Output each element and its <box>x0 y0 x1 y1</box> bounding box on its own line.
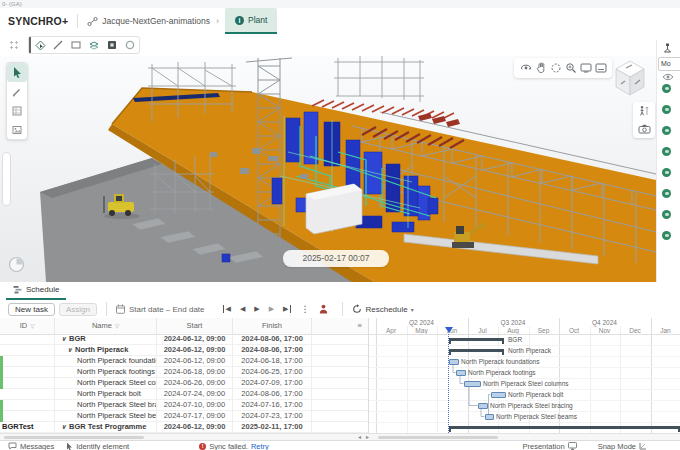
table-row[interactable]: North Piperack Steel columns 2024-06-26,… <box>0 378 368 389</box>
simulation-clock-button[interactable] <box>8 256 25 273</box>
table-row[interactable]: BGRTest ∨BGR Test Programme 2024-06-12, … <box>0 422 368 433</box>
calendar-icon <box>116 304 125 314</box>
tab-plant[interactable]: i Plant <box>225 8 277 34</box>
step-first-button[interactable]: ◀ <box>223 305 231 313</box>
gantt-scroll-left-icon[interactable]: ◂ <box>358 433 361 440</box>
rectangle-tool-button[interactable] <box>67 37 85 53</box>
3d-viewport[interactable]: 2025-02-17 00:07 <box>0 56 656 282</box>
diamond-cursor-icon <box>35 40 46 51</box>
walk-mode-button[interactable] <box>633 102 655 120</box>
gantt-task-bar[interactable] <box>491 392 506 399</box>
lasso-icon <box>550 62 562 74</box>
table-row[interactable]: ∨North Piperack 2024-06-12, 09:00 2024-0… <box>0 345 368 356</box>
chevron-down-icon[interactable]: ∨ <box>67 345 75 355</box>
visibility-toggle[interactable] <box>662 84 671 93</box>
retry-link[interactable]: Retry <box>251 442 269 450</box>
collapsed-panel-handle[interactable] <box>2 152 11 206</box>
orbit-button[interactable] <box>518 60 533 76</box>
markup-tool-button[interactable] <box>7 82 27 101</box>
gantt-summary-bar[interactable] <box>449 338 504 341</box>
chevron-down-icon[interactable]: ∨ <box>61 334 69 344</box>
chevron-down-icon[interactable]: ∨ <box>61 422 69 432</box>
image-tool-button[interactable] <box>7 120 27 139</box>
info-icon: i <box>235 16 244 25</box>
gantt-task-bar[interactable] <box>485 414 494 421</box>
visibility-toggle[interactable] <box>662 231 671 240</box>
table-header: ID▽ Name▽ Start Finish ≡ <box>0 318 368 335</box>
gantt-task-bar[interactable] <box>456 370 466 377</box>
eye-icon[interactable] <box>662 73 674 81</box>
step-back-button[interactable]: ◀ <box>240 305 245 313</box>
column-header-finish[interactable]: Finish <box>233 318 312 334</box>
gantt-playhead-marker[interactable] <box>445 327 453 333</box>
gantt-task-bar[interactable] <box>478 403 488 410</box>
presentation-button[interactable]: Presentation <box>523 442 580 450</box>
visibility-toggle[interactable] <box>662 105 671 114</box>
visibility-toggle[interactable] <box>662 126 671 135</box>
menu-icon: ≡ <box>358 321 362 330</box>
3d-scene[interactable] <box>0 56 656 282</box>
play-button[interactable]: ▶ <box>254 305 259 313</box>
gantt-scroll-right-icon[interactable]: ▸ <box>366 433 369 440</box>
model-tree-icon[interactable] <box>662 43 673 54</box>
gantt-chart[interactable]: Q2 2024 Q3 2024 Q4 2024 Apr May Jun Jul … <box>368 318 680 433</box>
model-dropdown[interactable]: Mo <box>658 57 680 71</box>
gantt-summary-bar[interactable] <box>449 426 680 429</box>
column-header-start[interactable]: Start <box>157 318 233 334</box>
breadcrumb-project[interactable]: Jacque-NextGen-animations <box>102 16 210 26</box>
more-options-icon[interactable]: ⋮ <box>300 304 309 314</box>
assign-button[interactable]: Assign <box>59 303 97 316</box>
step-last-button[interactable]: ▶ <box>283 305 291 313</box>
circle-tool-button[interactable] <box>121 37 139 53</box>
reschedule-button[interactable]: Reschedule <box>365 305 407 314</box>
select-shape-tool-button[interactable] <box>29 37 49 53</box>
fit-view-button[interactable] <box>578 60 593 76</box>
person-icon[interactable] <box>319 304 328 314</box>
table-row[interactable]: ∨BGR 2024-06-12, 09:00 2024-08-06, 17:00 <box>0 334 368 345</box>
gantt-summary-bar[interactable] <box>449 349 504 352</box>
camera-button[interactable] <box>633 120 655 138</box>
caret-down-icon[interactable]: ▾ <box>411 306 414 313</box>
snap-mode-icon <box>639 442 647 450</box>
play-fast-button[interactable]: ▶ <box>269 305 274 313</box>
view-cube[interactable] <box>612 58 648 98</box>
hatch-tool-button[interactable] <box>7 101 27 120</box>
tab-schedule[interactable]: Schedule <box>6 281 66 300</box>
date-range-filter[interactable]: Start date – End date <box>129 305 205 314</box>
table-row[interactable]: North Piperack Steel beams 2024-07-17, 0… <box>0 411 368 422</box>
drag-handle-icon[interactable] <box>8 39 18 51</box>
table-scrollbar[interactable] <box>4 436 144 439</box>
filter-icon[interactable]: ▽ <box>30 323 34 329</box>
table-row[interactable]: North Piperack foundations 2024-06-12, 0… <box>0 356 368 367</box>
column-header-name[interactable]: Name▽ <box>55 318 157 334</box>
visibility-toggle[interactable] <box>662 189 671 198</box>
column-menu[interactable]: ≡ <box>312 318 368 334</box>
new-task-button[interactable]: New task <box>8 303 55 316</box>
gantt-task-bar[interactable] <box>449 359 459 366</box>
gantt-quarter-label: Q2 2024 <box>376 319 467 326</box>
table-row[interactable]: North Piperack bolt 2024-07-24, 09:00 20… <box>0 389 368 400</box>
gantt-task-bar[interactable] <box>464 381 481 388</box>
pan-button[interactable] <box>533 60 548 76</box>
identify-element-button[interactable]: Identify element <box>66 442 129 450</box>
visibility-toggle[interactable] <box>662 168 671 177</box>
gantt-bar-label: BGR <box>508 336 522 343</box>
visibility-toggle[interactable] <box>662 210 671 219</box>
visibility-toggle[interactable] <box>662 147 671 156</box>
line-tool-button[interactable] <box>49 37 67 53</box>
snap-mode-button[interactable]: Snap Mode <box>598 442 650 450</box>
fill-box-tool-button[interactable] <box>103 37 121 53</box>
table-row[interactable]: North Piperack Steel bracing 2024-07-10,… <box>0 400 368 411</box>
table-row[interactable]: North Piperack footings 2024-06-18, 09:0… <box>0 367 368 378</box>
gantt-scrollbar[interactable] <box>378 436 498 439</box>
line-icon <box>53 40 63 50</box>
lasso-select-button[interactable] <box>548 60 563 76</box>
zoom-button[interactable] <box>563 60 578 76</box>
synchro-app-window: 0- (GA) SYNCHRO+ Jacque-NextGen-animatio… <box>0 0 680 450</box>
select-tool-button[interactable] <box>7 63 27 82</box>
window-view-button[interactable] <box>593 60 608 76</box>
layers-tool-button[interactable] <box>85 37 103 53</box>
filter-icon[interactable]: ▽ <box>115 323 119 329</box>
messages-button[interactable]: Messages <box>8 442 54 450</box>
column-header-id[interactable]: ID▽ <box>0 318 55 334</box>
